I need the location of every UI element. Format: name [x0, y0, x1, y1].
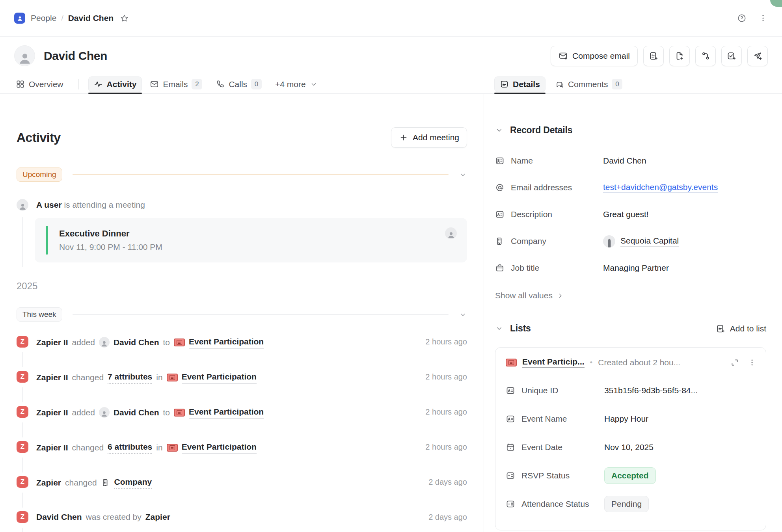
tab-details[interactable]: Details	[494, 76, 546, 92]
list-entry-fields: Unique ID 351b15f6-9d3b-56f5-84... Event…	[506, 376, 756, 518]
show-all-values-link[interactable]: Show all values	[495, 291, 766, 300]
kebab-menu-icon[interactable]	[748, 358, 756, 367]
feed-text: Zapier IIaddedDavid ChentoEvent Particip…	[36, 336, 264, 349]
add-file-button[interactable]	[669, 46, 690, 66]
note-plus-icon	[716, 324, 725, 333]
at-icon	[495, 183, 505, 192]
field-value[interactable]: David Chen	[603, 156, 646, 166]
feed-text-segment[interactable]: 6 attributes	[108, 441, 152, 454]
field-row-email: Email addresses test+davidchen@gatsby.ev…	[495, 174, 766, 201]
breadcrumb-section[interactable]: People	[31, 13, 56, 23]
meeting-time: Nov 11, 9:00 PM - 11:00 PM	[59, 242, 456, 252]
tab-label: +4 more	[275, 80, 306, 89]
feed-text-segment[interactable]: Event Participation	[182, 441, 257, 454]
feed-text-segment[interactable]: Event Participation	[189, 336, 264, 349]
feed-text-segment: David Chen	[36, 511, 82, 523]
note-plus-icon	[649, 51, 658, 61]
calendar-icon	[506, 443, 515, 452]
list-entry-card: Event Particip... • Created about 2 hou.…	[495, 347, 766, 530]
tab-label: Overview	[29, 80, 63, 89]
activity-feed-item: ZZapier IIaddedDavid ChentoEvent Partici…	[17, 336, 467, 371]
record-fields: Name David Chen Email addresses test+dav…	[495, 147, 766, 281]
sidebar-tabs: Details Comments 0	[494, 76, 628, 92]
upcoming-event: A user is attending a meeting Executive …	[17, 199, 467, 262]
feed-text-segment[interactable]: 7 attributes	[108, 371, 152, 384]
attendee-avatar	[445, 227, 457, 239]
feed-text-segment[interactable]: Company	[114, 476, 152, 489]
chevron-right-icon	[557, 292, 564, 299]
timestamp: 2 hours ago	[425, 406, 467, 418]
tab-comments[interactable]: Comments 0	[549, 76, 628, 92]
tab-activity[interactable]: Activity	[88, 76, 142, 92]
add-task-button[interactable]	[721, 46, 742, 66]
field-label: Description	[511, 210, 552, 219]
breadcrumb-record[interactable]: David Chen	[68, 13, 114, 23]
year-label: 2025	[17, 281, 467, 292]
upcoming-divider: Upcoming	[17, 167, 467, 182]
add-note-button[interactable]	[643, 46, 664, 66]
section-title: Record Details	[510, 125, 572, 136]
section-title: Lists	[510, 323, 531, 334]
timestamp: 2 days ago	[428, 476, 467, 488]
workflow-button[interactable]	[695, 46, 716, 66]
tab-more[interactable]: +4 more	[270, 76, 323, 92]
tab-separator	[78, 79, 79, 89]
activity-feed-item: ZZapier IIchanged7 attributesinEvent Par…	[17, 371, 467, 406]
field-label: Event Name	[521, 414, 567, 424]
feed-text: Zapier IIchanged6 attributesinEvent Part…	[36, 441, 257, 454]
help-icon[interactable]	[737, 13, 747, 23]
add-to-list-button[interactable]: Add to list	[716, 324, 766, 333]
grid-icon	[16, 80, 25, 89]
plus-icon	[399, 133, 408, 142]
text-field-icon	[506, 386, 515, 395]
this-week-divider: This week	[17, 307, 467, 322]
page-title: David Chen	[44, 49, 107, 63]
chevron-down-icon[interactable]	[459, 171, 467, 179]
ticket-icon	[506, 359, 517, 366]
compose-email-button[interactable]: Compose email	[551, 46, 638, 66]
tab-overview[interactable]: Overview	[10, 76, 69, 92]
tab-label: Comments	[568, 80, 608, 89]
feed-text-segment: in	[156, 442, 162, 454]
upcoming-badge: Upcoming	[17, 167, 62, 182]
tab-emails[interactable]: Emails 2	[144, 76, 208, 92]
add-to-sequence-button[interactable]	[747, 46, 768, 66]
add-meeting-button[interactable]: Add meeting	[391, 127, 467, 148]
file-plus-icon	[675, 51, 684, 61]
field-value[interactable]: Nov 10, 2025	[604, 443, 654, 452]
kebab-menu-icon[interactable]	[758, 13, 768, 23]
favorite-star-icon[interactable]	[120, 14, 129, 23]
field-row-attendance-status: Attendance Status Pending	[506, 490, 756, 518]
building-icon	[495, 236, 505, 246]
avatar	[14, 45, 35, 66]
record-header: David Chen Compose email	[0, 37, 782, 75]
people-icon	[14, 13, 25, 24]
field-value[interactable]: 351b15f6-9d3b-56f5-84...	[604, 386, 698, 395]
ticket-icon	[167, 374, 178, 381]
feed-text-segment[interactable]: Event Participation	[189, 406, 264, 419]
tab-calls[interactable]: Calls 0	[210, 76, 267, 92]
zapier-avatar: Z	[17, 476, 28, 488]
ticket-icon	[167, 444, 178, 452]
field-value[interactable]: Managing Partner	[603, 263, 669, 273]
activity-feed-item: ZZapierchangedCompany2 days ago	[17, 476, 467, 511]
list-link[interactable]: Event Particip...	[522, 357, 585, 368]
expand-icon[interactable]	[730, 358, 739, 367]
field-value[interactable]: Great guest!	[603, 210, 649, 219]
email-link[interactable]: test+davidchen@gatsby.events	[603, 182, 718, 193]
field-value[interactable]: Happy Hour	[604, 414, 648, 424]
ticket-icon	[174, 339, 185, 346]
zapier-avatar: Z	[17, 371, 28, 383]
feed-text: ZapierchangedCompany	[36, 476, 152, 489]
status-badge[interactable]: Accepted	[604, 467, 656, 484]
meeting-card[interactable]: Executive Dinner Nov 11, 9:00 PM - 11:00…	[35, 218, 467, 262]
contact-card-icon	[495, 156, 505, 166]
company-link[interactable]: Sequoia Capital	[620, 236, 679, 247]
status-badge[interactable]: Pending	[604, 496, 649, 512]
ticket-icon	[174, 409, 185, 417]
chevron-down-icon[interactable]	[495, 324, 503, 333]
chevron-down-icon[interactable]	[459, 311, 467, 319]
feed-text-segment[interactable]: Event Participation	[182, 371, 257, 384]
field-row-name: Name David Chen	[495, 147, 766, 174]
chevron-down-icon[interactable]	[495, 126, 503, 134]
